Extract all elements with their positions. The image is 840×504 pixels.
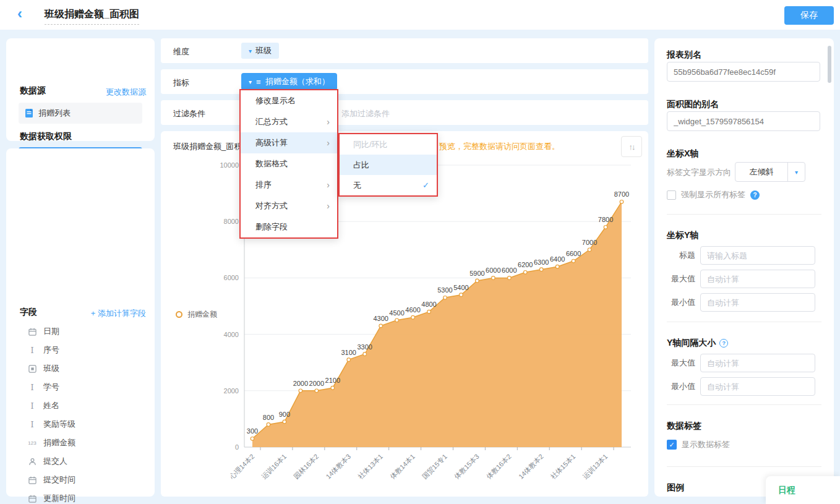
filter-row[interactable]: 过滤条件 添加过滤条件	[161, 100, 648, 125]
field-label: 捐赠金额	[43, 437, 75, 448]
field-label: 序号	[43, 344, 59, 356]
save-button[interactable]: 保存	[784, 6, 834, 25]
schedule-widget[interactable]: 日程	[766, 476, 840, 504]
submenu-item-none[interactable]: 无 ✓	[340, 175, 437, 195]
svg-text:4300: 4300	[373, 315, 388, 322]
check-icon: ✓	[422, 175, 429, 195]
menu-item-advanced-calc[interactable]: 高级计算 ›	[241, 132, 337, 153]
force-show-labels-checkbox[interactable]	[667, 190, 676, 200]
y-axis-row-label: 标题	[667, 250, 695, 261]
settings-panel: 报表别名 面积图的别名 坐标X轴 标签文字显示方向 左倾斜 ▾ 强制显示所有标签…	[654, 38, 834, 497]
menu-item-alignment[interactable]: 对齐方式 ›	[241, 195, 337, 216]
y-axis-row-label: 最小值	[667, 297, 695, 308]
field-label: 学号	[43, 382, 59, 393]
y-interval-min-input[interactable]	[700, 377, 815, 396]
y-interval-min-row: 最小值	[667, 377, 815, 396]
field-item-update-time[interactable]: 更新时间	[27, 492, 75, 504]
menu-item-aggregation[interactable]: 汇总方式 ›	[241, 111, 337, 132]
add-calculated-field-link[interactable]: + 添加计算字段	[91, 308, 146, 319]
label-direction-select[interactable]: 左倾斜 ▾	[735, 162, 805, 182]
field-label: 日期	[43, 326, 59, 337]
show-data-labels-checkbox[interactable]: ✓	[667, 440, 677, 450]
help-icon[interactable]: ?	[750, 190, 760, 200]
x-axis-title: 坐标X轴	[667, 148, 698, 160]
report-alias-input[interactable]	[667, 62, 820, 82]
field-item-class[interactable]: 班级	[27, 362, 59, 375]
svg-text:5900: 5900	[469, 270, 484, 277]
widget-alias-title: 面积图的别名	[667, 99, 719, 110]
svg-text:体教14本1: 体教14本1	[388, 453, 416, 481]
calendar-icon	[27, 476, 37, 484]
svg-text:园林16本2: 园林16本2	[292, 453, 320, 481]
svg-text:6000: 6000	[486, 267, 500, 274]
page-title: 班级捐赠金额_面积图	[45, 8, 139, 25]
legend-item[interactable]: 捐赠金额	[176, 309, 217, 320]
svg-text:6300: 6300	[534, 258, 549, 266]
field-item-date[interactable]: 日期	[27, 325, 59, 338]
field-label: 提交人	[43, 456, 67, 467]
y-axis-max-input[interactable]	[700, 270, 815, 288]
back-icon[interactable]: ‹	[17, 5, 22, 22]
divider	[667, 214, 821, 215]
menu-item-rename[interactable]: 修改显示名	[241, 90, 337, 111]
field-item-donation-amount[interactable]: 123 捐赠金额	[27, 437, 75, 449]
submenu-item-proportion[interactable]: 占比	[340, 155, 437, 175]
svg-text:2100: 2100	[325, 377, 340, 384]
menu-item-delete-field[interactable]: 删除字段	[241, 216, 337, 237]
svg-text:2000: 2000	[309, 380, 324, 387]
text-type-icon: I	[27, 420, 37, 429]
menu-item-label: 删除字段	[255, 222, 288, 231]
scrollbar-thumb[interactable]	[828, 46, 831, 83]
document-icon	[25, 108, 33, 118]
menu-item-label: 数据格式	[255, 159, 288, 168]
svg-text:社体13本1: 社体13本1	[356, 453, 384, 481]
y-interval-max-row: 最大值	[667, 354, 815, 372]
svg-text:2000: 2000	[293, 380, 308, 387]
menu-item-sort[interactable]: 排序 ›	[241, 174, 337, 195]
svg-text:8700: 8700	[614, 190, 629, 198]
y-interval-max-input[interactable]	[700, 354, 815, 372]
field-item-serial[interactable]: I 序号	[27, 344, 59, 356]
field-item-submit-time[interactable]: 提交时间	[27, 474, 75, 486]
dimension-row: 维度 ▾ 班级	[161, 38, 648, 63]
metric-context-menu: 修改显示名 汇总方式 › 高级计算 › 数据格式 排序 › 对齐方式 › 删除字…	[239, 89, 338, 239]
svg-text:4500: 4500	[389, 309, 404, 317]
y-axis-title-input[interactable]	[700, 246, 815, 265]
field-item-student-id[interactable]: I 学号	[27, 381, 59, 393]
field-item-submitter[interactable]: 提交人	[27, 455, 67, 468]
help-icon[interactable]: ?	[719, 339, 728, 348]
metric-tag-label: 捐赠金额（求和）	[265, 76, 330, 87]
chevron-right-icon: ›	[327, 195, 330, 216]
filter-placeholder: 添加过滤条件	[341, 108, 390, 119]
plus-icon: +	[91, 309, 96, 318]
dimension-tag[interactable]: ▾ 班级	[241, 43, 279, 59]
svg-text:7800: 7800	[598, 216, 613, 223]
y-interval-title: Y轴间隔大小 ?	[667, 338, 728, 349]
legend-section-title: 图例	[667, 482, 684, 493]
svg-text:6000: 6000	[502, 267, 516, 274]
metric-tag[interactable]: ▾ ≡ 捐赠金额（求和）	[241, 73, 337, 90]
svg-text:6000: 6000	[224, 274, 239, 281]
chevron-down-icon: ▾	[787, 163, 805, 181]
change-datasource-link[interactable]: 更改数据源	[106, 87, 146, 98]
metric-label: 指标	[173, 77, 189, 88]
chevron-down-icon: ▾	[249, 48, 252, 54]
svg-text:900: 900	[279, 411, 290, 418]
chevron-down-icon: ▾	[249, 79, 252, 85]
y-axis-min-input[interactable]	[700, 293, 815, 312]
field-item-name[interactable]: I 姓名	[27, 399, 59, 412]
menu-item-label: 高级计算	[255, 138, 288, 147]
submenu-item-label: 同比/环比	[353, 140, 388, 149]
submenu-item-yoy[interactable]: 同比/环比	[340, 134, 437, 155]
svg-text:2000: 2000	[224, 387, 239, 395]
menu-item-data-format[interactable]: 数据格式	[241, 153, 337, 174]
field-item-award-level[interactable]: I 奖励等级	[27, 418, 75, 430]
field-label: 提交时间	[43, 474, 75, 485]
label-direction-label: 标签文字显示方向	[667, 167, 731, 178]
datasource-item[interactable]: 捐赠列表	[19, 103, 142, 124]
text-type-icon: I	[27, 383, 37, 392]
svg-text:3100: 3100	[341, 349, 356, 356]
widget-alias-input[interactable]	[667, 111, 820, 131]
y-interval-row-label: 最大值	[667, 357, 695, 369]
field-label: 更新时间	[43, 493, 75, 504]
